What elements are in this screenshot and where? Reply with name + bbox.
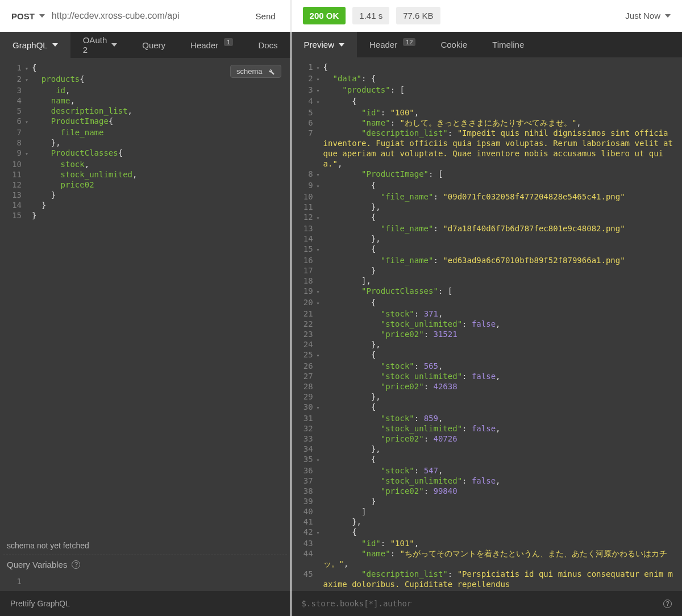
left-footer: Prettify GraphQL [0, 591, 290, 616]
code-line[interactable]: 7 "description_list": "Impedit quis nihi… [296, 128, 682, 169]
code-line[interactable]: 40 ] [296, 506, 682, 517]
code-line[interactable]: 8 }, [5, 138, 290, 148]
tab-request-header-label: Header [190, 40, 218, 50]
tab-timeline[interactable]: Timeline [480, 32, 537, 58]
code-line[interactable]: 29 }, [296, 392, 682, 402]
chevron-down-icon [111, 43, 117, 47]
code-line[interactable]: 11 stock_unlimited, [5, 169, 290, 180]
code-line[interactable]: 1▾{ [296, 62, 682, 73]
chevron-down-icon [52, 43, 58, 47]
url-input[interactable] [52, 11, 246, 21]
code-line[interactable]: 38 "price02": 99840 [296, 486, 682, 496]
code-line[interactable]: 33 "price02": 40726 [296, 434, 682, 444]
code-line[interactable]: 43 "id": "101", [296, 538, 682, 548]
graphql-editor[interactable]: 1▾{2▾ products{3 id,4 name,5 description… [0, 58, 290, 225]
response-header-count-badge: 12 [403, 38, 415, 46]
tab-docs[interactable]: Docs [246, 32, 290, 58]
code-line[interactable]: 13 } [5, 190, 290, 200]
code-line[interactable]: 34 }, [296, 444, 682, 454]
tab-docs-label: Docs [258, 40, 277, 50]
code-line[interactable]: 3▾ "products": [ [296, 85, 682, 96]
http-method-dropdown[interactable]: POST [11, 11, 45, 21]
code-line[interactable]: 9▾ ProductClasses{ [5, 148, 290, 159]
history-label: Just Now [625, 11, 660, 20]
code-line[interactable]: 5 description_list, [5, 106, 290, 116]
response-time-badge[interactable]: 1.41 s [352, 7, 389, 24]
code-line[interactable]: 13 "file_name": "d7a18f40d6f7b6d787fec80… [296, 223, 682, 234]
code-line[interactable]: 2▾ "data": { [296, 73, 682, 85]
tab-oauth2[interactable]: OAuth 2 [70, 32, 130, 58]
code-line[interactable]: 20▾ { [296, 297, 682, 309]
code-line[interactable]: 36 "stock": 547, [296, 465, 682, 476]
wrench-icon [267, 68, 275, 76]
code-line[interactable]: 44 "name": "ちがってそのマントを着きたというん、また、あたく河原かわ… [296, 548, 682, 569]
code-line[interactable]: 39 } [296, 496, 682, 506]
code-line[interactable]: 17 } [296, 265, 682, 276]
code-line[interactable]: 30▾ { [296, 402, 682, 413]
code-line[interactable]: 28 "price02": 42638 [296, 381, 682, 392]
prettify-button[interactable]: Prettify GraphQL [10, 599, 70, 608]
code-line[interactable]: 5 "id": "100", [296, 107, 682, 118]
code-line[interactable]: 35▾ { [296, 454, 682, 465]
code-line[interactable]: 19▾ "ProductClasses": [ [296, 286, 682, 297]
query-variables-editor[interactable]: 1 [0, 574, 290, 591]
code-line[interactable]: 16 "file_name": "ed63ad9a6c67010bfb89f52… [296, 255, 682, 265]
code-line[interactable]: 8▾ "ProductImage": [ [296, 169, 682, 180]
schema-status-message: schema not yet fetched [0, 536, 290, 555]
code-line[interactable]: 10 stock, [5, 159, 290, 169]
code-line[interactable]: 26 "stock": 565, [296, 361, 682, 371]
status-badge[interactable]: 200 OK [303, 7, 346, 24]
tab-graphql[interactable]: GraphQL [0, 32, 70, 58]
code-line[interactable]: 11 }, [296, 202, 682, 212]
code-line[interactable]: 23 "price02": 31521 [296, 329, 682, 339]
graphql-editor-area: schema 1▾{2▾ products{3 id,4 name,5 desc… [0, 58, 290, 591]
code-line[interactable]: 22 "stock_unlimited": false, [296, 319, 682, 329]
code-line[interactable]: 31 "stock": 859, [296, 413, 682, 423]
code-line[interactable]: 37 "stock_unlimited": false, [296, 476, 682, 486]
code-line[interactable]: 18 ], [296, 276, 682, 286]
code-line[interactable]: 12▾ { [296, 212, 682, 223]
tab-timeline-label: Timeline [492, 40, 524, 49]
tab-cookie-label: Cookie [440, 40, 467, 49]
code-line[interactable]: 41 }, [296, 517, 682, 527]
code-line[interactable]: 9▾ { [296, 180, 682, 192]
code-line[interactable]: 12 price02 [5, 180, 290, 190]
history-dropdown[interactable]: Just Now [625, 11, 671, 20]
right-footer: ? [292, 591, 682, 616]
code-line[interactable]: 10 "file_name": "09d071fc032058f47720482… [296, 192, 682, 202]
code-line[interactable]: 1 [5, 576, 290, 586]
code-line[interactable]: 14 }, [296, 234, 682, 244]
code-line[interactable]: 25▾ { [296, 349, 682, 361]
code-line[interactable]: 6 "name": "わして。きっときさまにあたりすべてみませ。", [296, 118, 682, 128]
send-button[interactable]: Send [252, 9, 279, 23]
code-line[interactable]: 15} [5, 210, 290, 220]
query-variables-label: Query Variables [7, 560, 67, 569]
schema-button[interactable]: schema [230, 65, 281, 78]
code-line[interactable]: 14 } [5, 200, 290, 210]
code-line[interactable]: 4 name, [5, 95, 290, 106]
schema-button-label: schema [236, 67, 263, 76]
tab-response-header-label: Header [369, 40, 397, 49]
response-viewer[interactable]: 1▾{2▾ "data": {3▾ "products": [4▾ {5 "id… [292, 57, 682, 591]
code-line[interactable]: 7 file_name [5, 127, 290, 138]
code-line[interactable]: 42▾ { [296, 527, 682, 538]
code-line[interactable]: 45 "description_list": "Perspiciatis id … [296, 569, 682, 589]
query-variables-header[interactable]: Query Variables ? [0, 555, 290, 574]
code-line[interactable]: 6▾ ProductImage{ [5, 116, 290, 127]
tab-preview[interactable]: Preview [292, 32, 357, 58]
help-icon[interactable]: ? [663, 600, 672, 608]
help-icon[interactable]: ? [72, 560, 80, 569]
code-line[interactable]: 3 id, [5, 85, 290, 95]
code-line[interactable]: 4▾ { [296, 96, 682, 107]
code-line[interactable]: 24 }, [296, 339, 682, 349]
tab-response-header[interactable]: Header 12 [357, 32, 428, 58]
tab-cookie[interactable]: Cookie [428, 32, 480, 58]
code-line[interactable]: 32 "stock_unlimited": false, [296, 423, 682, 434]
code-line[interactable]: 27 "stock_unlimited": false, [296, 371, 682, 381]
code-line[interactable]: 21 "stock": 371, [296, 309, 682, 319]
tab-query[interactable]: Query [130, 32, 178, 58]
tab-request-header[interactable]: Header 1 [178, 32, 246, 58]
jsonpath-filter-input[interactable] [302, 599, 663, 608]
response-size-badge[interactable]: 77.6 KB [396, 7, 440, 24]
code-line[interactable]: 15▾ { [296, 244, 682, 255]
